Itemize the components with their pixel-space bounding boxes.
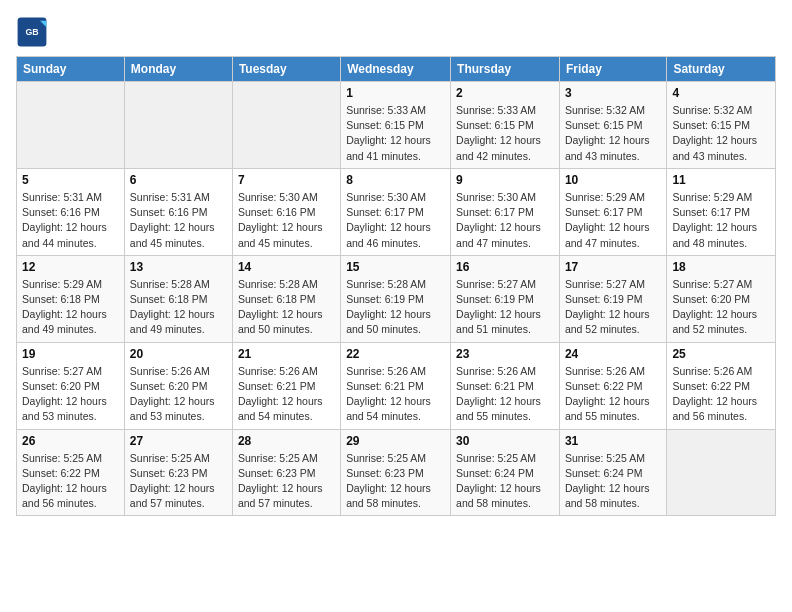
- calendar-cell: [17, 82, 125, 169]
- calendar-cell: 4Sunrise: 5:32 AMSunset: 6:15 PMDaylight…: [667, 82, 776, 169]
- calendar-cell: 1Sunrise: 5:33 AMSunset: 6:15 PMDaylight…: [341, 82, 451, 169]
- day-info: Sunrise: 5:29 AMSunset: 6:18 PMDaylight:…: [22, 277, 119, 338]
- calendar-cell: 10Sunrise: 5:29 AMSunset: 6:17 PMDayligh…: [559, 168, 666, 255]
- day-number: 3: [565, 86, 661, 100]
- day-info: Sunrise: 5:25 AMSunset: 6:24 PMDaylight:…: [565, 451, 661, 512]
- calendar-cell: 17Sunrise: 5:27 AMSunset: 6:19 PMDayligh…: [559, 255, 666, 342]
- day-info: Sunrise: 5:32 AMSunset: 6:15 PMDaylight:…: [672, 103, 770, 164]
- calendar-cell: 20Sunrise: 5:26 AMSunset: 6:20 PMDayligh…: [124, 342, 232, 429]
- calendar-table: SundayMondayTuesdayWednesdayThursdayFrid…: [16, 56, 776, 516]
- page-header: GB: [16, 16, 776, 48]
- calendar-week-row: 5Sunrise: 5:31 AMSunset: 6:16 PMDaylight…: [17, 168, 776, 255]
- day-number: 6: [130, 173, 227, 187]
- day-info: Sunrise: 5:30 AMSunset: 6:17 PMDaylight:…: [346, 190, 445, 251]
- day-number: 26: [22, 434, 119, 448]
- day-number: 18: [672, 260, 770, 274]
- calendar-cell: 27Sunrise: 5:25 AMSunset: 6:23 PMDayligh…: [124, 429, 232, 516]
- day-info: Sunrise: 5:26 AMSunset: 6:21 PMDaylight:…: [346, 364, 445, 425]
- day-number: 31: [565, 434, 661, 448]
- day-number: 11: [672, 173, 770, 187]
- day-number: 8: [346, 173, 445, 187]
- logo: GB: [16, 16, 52, 48]
- day-info: Sunrise: 5:25 AMSunset: 6:22 PMDaylight:…: [22, 451, 119, 512]
- calendar-cell: [667, 429, 776, 516]
- day-info: Sunrise: 5:33 AMSunset: 6:15 PMDaylight:…: [456, 103, 554, 164]
- day-info: Sunrise: 5:30 AMSunset: 6:17 PMDaylight:…: [456, 190, 554, 251]
- day-number: 30: [456, 434, 554, 448]
- calendar-cell: 8Sunrise: 5:30 AMSunset: 6:17 PMDaylight…: [341, 168, 451, 255]
- day-info: Sunrise: 5:27 AMSunset: 6:20 PMDaylight:…: [672, 277, 770, 338]
- calendar-cell: 19Sunrise: 5:27 AMSunset: 6:20 PMDayligh…: [17, 342, 125, 429]
- day-info: Sunrise: 5:26 AMSunset: 6:20 PMDaylight:…: [130, 364, 227, 425]
- day-number: 27: [130, 434, 227, 448]
- day-number: 9: [456, 173, 554, 187]
- weekday-header: Monday: [124, 57, 232, 82]
- day-number: 19: [22, 347, 119, 361]
- day-number: 20: [130, 347, 227, 361]
- day-number: 23: [456, 347, 554, 361]
- calendar-cell: 16Sunrise: 5:27 AMSunset: 6:19 PMDayligh…: [451, 255, 560, 342]
- calendar-cell: 28Sunrise: 5:25 AMSunset: 6:23 PMDayligh…: [232, 429, 340, 516]
- day-info: Sunrise: 5:26 AMSunset: 6:21 PMDaylight:…: [456, 364, 554, 425]
- day-number: 2: [456, 86, 554, 100]
- weekday-header: Wednesday: [341, 57, 451, 82]
- day-info: Sunrise: 5:27 AMSunset: 6:19 PMDaylight:…: [456, 277, 554, 338]
- calendar-cell: 29Sunrise: 5:25 AMSunset: 6:23 PMDayligh…: [341, 429, 451, 516]
- calendar-week-row: 1Sunrise: 5:33 AMSunset: 6:15 PMDaylight…: [17, 82, 776, 169]
- day-info: Sunrise: 5:28 AMSunset: 6:18 PMDaylight:…: [130, 277, 227, 338]
- day-info: Sunrise: 5:25 AMSunset: 6:24 PMDaylight:…: [456, 451, 554, 512]
- calendar-cell: 5Sunrise: 5:31 AMSunset: 6:16 PMDaylight…: [17, 168, 125, 255]
- day-info: Sunrise: 5:26 AMSunset: 6:21 PMDaylight:…: [238, 364, 335, 425]
- day-number: 5: [22, 173, 119, 187]
- day-number: 25: [672, 347, 770, 361]
- calendar-week-row: 12Sunrise: 5:29 AMSunset: 6:18 PMDayligh…: [17, 255, 776, 342]
- day-info: Sunrise: 5:25 AMSunset: 6:23 PMDaylight:…: [130, 451, 227, 512]
- weekday-header: Thursday: [451, 57, 560, 82]
- day-number: 22: [346, 347, 445, 361]
- weekday-header: Tuesday: [232, 57, 340, 82]
- day-info: Sunrise: 5:26 AMSunset: 6:22 PMDaylight:…: [672, 364, 770, 425]
- calendar-cell: 22Sunrise: 5:26 AMSunset: 6:21 PMDayligh…: [341, 342, 451, 429]
- day-info: Sunrise: 5:31 AMSunset: 6:16 PMDaylight:…: [130, 190, 227, 251]
- calendar-cell: 25Sunrise: 5:26 AMSunset: 6:22 PMDayligh…: [667, 342, 776, 429]
- logo-icon: GB: [16, 16, 48, 48]
- calendar-body: 1Sunrise: 5:33 AMSunset: 6:15 PMDaylight…: [17, 82, 776, 516]
- day-number: 14: [238, 260, 335, 274]
- day-number: 16: [456, 260, 554, 274]
- day-number: 1: [346, 86, 445, 100]
- day-info: Sunrise: 5:27 AMSunset: 6:19 PMDaylight:…: [565, 277, 661, 338]
- weekday-header: Sunday: [17, 57, 125, 82]
- calendar-cell: 11Sunrise: 5:29 AMSunset: 6:17 PMDayligh…: [667, 168, 776, 255]
- day-info: Sunrise: 5:26 AMSunset: 6:22 PMDaylight:…: [565, 364, 661, 425]
- day-number: 28: [238, 434, 335, 448]
- weekday-header: Friday: [559, 57, 666, 82]
- day-info: Sunrise: 5:27 AMSunset: 6:20 PMDaylight:…: [22, 364, 119, 425]
- day-info: Sunrise: 5:31 AMSunset: 6:16 PMDaylight:…: [22, 190, 119, 251]
- weekday-header: Saturday: [667, 57, 776, 82]
- calendar-cell: 31Sunrise: 5:25 AMSunset: 6:24 PMDayligh…: [559, 429, 666, 516]
- day-info: Sunrise: 5:29 AMSunset: 6:17 PMDaylight:…: [565, 190, 661, 251]
- day-info: Sunrise: 5:30 AMSunset: 6:16 PMDaylight:…: [238, 190, 335, 251]
- calendar-cell: 9Sunrise: 5:30 AMSunset: 6:17 PMDaylight…: [451, 168, 560, 255]
- calendar-cell: 12Sunrise: 5:29 AMSunset: 6:18 PMDayligh…: [17, 255, 125, 342]
- day-number: 4: [672, 86, 770, 100]
- calendar-cell: 14Sunrise: 5:28 AMSunset: 6:18 PMDayligh…: [232, 255, 340, 342]
- day-info: Sunrise: 5:25 AMSunset: 6:23 PMDaylight:…: [346, 451, 445, 512]
- calendar-cell: 13Sunrise: 5:28 AMSunset: 6:18 PMDayligh…: [124, 255, 232, 342]
- calendar-cell: 21Sunrise: 5:26 AMSunset: 6:21 PMDayligh…: [232, 342, 340, 429]
- day-info: Sunrise: 5:28 AMSunset: 6:18 PMDaylight:…: [238, 277, 335, 338]
- calendar-cell: 26Sunrise: 5:25 AMSunset: 6:22 PMDayligh…: [17, 429, 125, 516]
- calendar-cell: 30Sunrise: 5:25 AMSunset: 6:24 PMDayligh…: [451, 429, 560, 516]
- day-number: 7: [238, 173, 335, 187]
- day-info: Sunrise: 5:25 AMSunset: 6:23 PMDaylight:…: [238, 451, 335, 512]
- day-info: Sunrise: 5:33 AMSunset: 6:15 PMDaylight:…: [346, 103, 445, 164]
- day-number: 10: [565, 173, 661, 187]
- day-number: 13: [130, 260, 227, 274]
- day-number: 24: [565, 347, 661, 361]
- day-number: 29: [346, 434, 445, 448]
- calendar-header: SundayMondayTuesdayWednesdayThursdayFrid…: [17, 57, 776, 82]
- day-info: Sunrise: 5:29 AMSunset: 6:17 PMDaylight:…: [672, 190, 770, 251]
- calendar-week-row: 26Sunrise: 5:25 AMSunset: 6:22 PMDayligh…: [17, 429, 776, 516]
- day-number: 12: [22, 260, 119, 274]
- calendar-cell: 3Sunrise: 5:32 AMSunset: 6:15 PMDaylight…: [559, 82, 666, 169]
